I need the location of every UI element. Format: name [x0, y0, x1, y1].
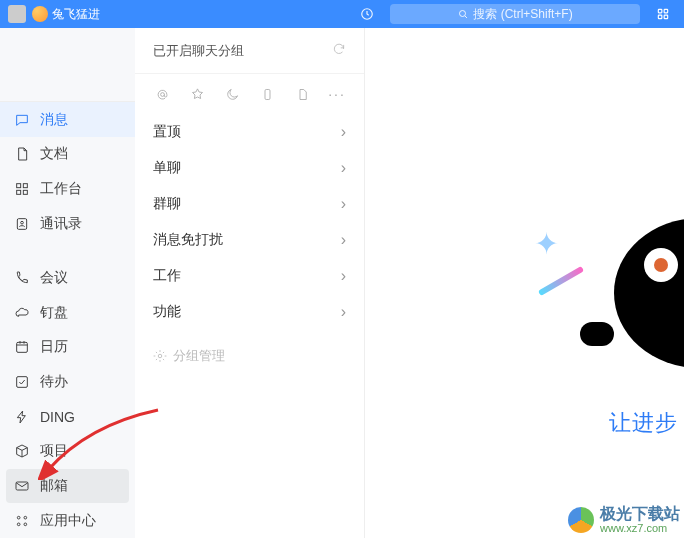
svg-rect-13 [17, 377, 28, 388]
chat-list-panel: 已开启聊天分组 ··· 置顶 › 单聊 › 群聊 › 消息免打扰 › [135, 28, 365, 538]
sidebar-item-label: 钉盘 [40, 304, 68, 322]
group-groupchat[interactable]: 群聊 › [135, 186, 364, 222]
svg-rect-7 [23, 184, 27, 188]
calendar-icon [14, 339, 30, 355]
chat-group-title: 已开启聊天分组 [153, 42, 244, 60]
mail-icon [14, 478, 30, 494]
moon-icon[interactable] [223, 85, 241, 103]
svg-point-15 [17, 516, 20, 519]
svg-rect-20 [265, 89, 270, 99]
sidebar-item-label: 消息 [40, 111, 68, 129]
username: 兔飞猛进 [52, 6, 100, 23]
group-dnd[interactable]: 消息免打扰 › [135, 222, 364, 258]
svg-rect-9 [23, 190, 27, 194]
chevron-right-icon: › [341, 195, 346, 213]
filter-icons: ··· [135, 74, 364, 114]
contacts-icon [14, 216, 30, 232]
svg-point-19 [160, 92, 164, 96]
svg-point-11 [21, 221, 24, 224]
svg-rect-5 [664, 15, 668, 19]
svg-rect-8 [17, 190, 21, 194]
sidebar-item-mail[interactable]: 邮箱 [6, 469, 129, 504]
star-icon[interactable] [188, 85, 206, 103]
sidebar-item-ding[interactable]: DING [0, 399, 135, 434]
device-icon[interactable] [258, 85, 276, 103]
refresh-icon[interactable] [332, 42, 346, 59]
svg-rect-6 [17, 184, 21, 188]
sidebar-item-label: 通讯录 [40, 215, 82, 233]
sidebar-item-label: 会议 [40, 269, 68, 287]
sidebar-item-messages[interactable]: 消息 [0, 102, 135, 137]
svg-rect-12 [17, 343, 28, 353]
apps-grid-icon[interactable] [650, 7, 676, 21]
chevron-right-icon: › [341, 231, 346, 249]
chevron-right-icon: › [341, 159, 346, 177]
sidebar-item-label: 日历 [40, 338, 68, 356]
sidebar-item-label: 文档 [40, 145, 68, 163]
svg-point-21 [158, 354, 162, 358]
svg-rect-2 [658, 9, 662, 13]
svg-point-18 [24, 523, 27, 526]
search-input[interactable]: 搜索 (Ctrl+Shift+F) [390, 4, 640, 24]
at-icon[interactable] [153, 85, 171, 103]
group-label: 群聊 [153, 195, 181, 213]
group-pinned[interactable]: 置顶 › [135, 114, 364, 150]
svg-point-1 [460, 11, 466, 17]
file-icon[interactable] [293, 85, 311, 103]
cloud-icon [14, 305, 30, 321]
content-area: ✦ 让进步 [365, 28, 684, 538]
sidebar-item-label: 待办 [40, 373, 68, 391]
sidebar-item-meeting[interactable]: 会议 [0, 261, 135, 296]
message-icon [14, 112, 30, 128]
watermark-url: www.xz7.com [600, 522, 680, 534]
watermark-name: 极光下载站 [600, 506, 680, 522]
more-icon[interactable]: ··· [328, 85, 346, 103]
grid-icon [14, 181, 30, 197]
document-icon [14, 146, 30, 162]
sidebar-item-appcenter[interactable]: 应用中心 [0, 503, 135, 538]
check-icon [14, 374, 30, 390]
svg-point-17 [17, 523, 20, 526]
svg-rect-14 [16, 482, 28, 490]
sidebar-item-workbench[interactable]: 工作台 [0, 172, 135, 207]
sidebar-item-project[interactable]: 项目 [0, 434, 135, 469]
sidebar-item-label: 邮箱 [40, 477, 68, 495]
sidebar-item-contacts[interactable]: 通讯录 [0, 206, 135, 241]
profile-area [0, 28, 135, 102]
gear-icon [153, 349, 167, 363]
user-avatar[interactable] [8, 5, 26, 23]
chevron-right-icon: › [341, 267, 346, 285]
chevron-right-icon: › [341, 303, 346, 321]
svg-rect-3 [664, 9, 668, 13]
sidebar-item-drive[interactable]: 钉盘 [0, 295, 135, 330]
svg-rect-4 [658, 15, 662, 19]
chat-group-header: 已开启聊天分组 [135, 28, 364, 74]
cube-icon [14, 443, 30, 459]
sidebar: 消息 文档 工作台 通讯录 会议 钉盘 日历 待办 [0, 28, 135, 538]
group-manage[interactable]: 分组管理 [135, 336, 364, 376]
group-label: 功能 [153, 303, 181, 321]
group-label: 单聊 [153, 159, 181, 177]
sidebar-item-docs[interactable]: 文档 [0, 137, 135, 172]
group-function[interactable]: 功能 › [135, 294, 364, 330]
group-label: 置顶 [153, 123, 181, 141]
sidebar-item-calendar[interactable]: 日历 [0, 330, 135, 365]
bolt-icon [14, 409, 30, 425]
svg-point-16 [24, 516, 27, 519]
titlebar: 兔飞猛进 搜索 (Ctrl+Shift+F) [0, 0, 684, 28]
slogan-text: 让进步 [609, 408, 678, 438]
group-single[interactable]: 单聊 › [135, 150, 364, 186]
phone-icon [14, 270, 30, 286]
sidebar-item-todo[interactable]: 待办 [0, 365, 135, 400]
watermark-logo-icon [568, 507, 594, 533]
history-icon[interactable] [354, 1, 380, 27]
group-work[interactable]: 工作 › [135, 258, 364, 294]
watermark: 极光下载站 www.xz7.com [568, 506, 680, 534]
search-placeholder: 搜索 (Ctrl+Shift+F) [473, 6, 572, 23]
group-label: 消息免打扰 [153, 231, 223, 249]
sidebar-item-label: 工作台 [40, 180, 82, 198]
apps-icon [14, 513, 30, 529]
sidebar-item-label: 应用中心 [40, 512, 96, 530]
chevron-right-icon: › [341, 123, 346, 141]
sidebar-item-label: 项目 [40, 442, 68, 460]
